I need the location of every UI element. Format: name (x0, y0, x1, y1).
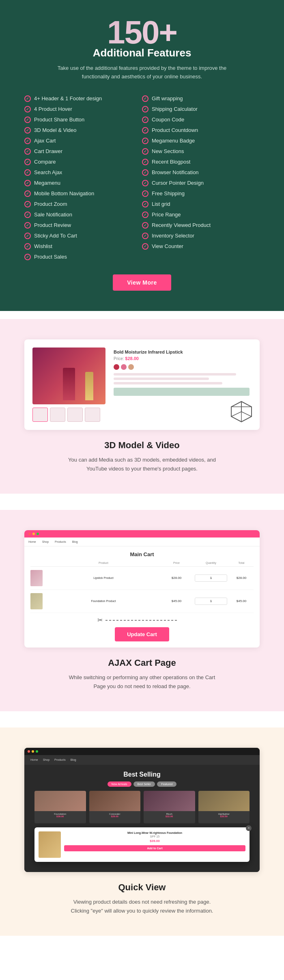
qv-product-1[interactable]: Foundation $39.00 (34, 791, 86, 823)
col-total: Total (229, 561, 254, 564)
feature-item-label: List grid (152, 201, 170, 207)
cart-browser-bar (24, 530, 260, 537)
cart-mockup: Home Shop Products Blog Main Cart Produc… (24, 530, 260, 648)
qv-products-grid: Foundation $39.00 Concealer $29.00 (30, 791, 254, 827)
feature-right-item: Product Countdown (142, 125, 260, 136)
qv-product-3[interactable]: Blush $22.00 (144, 791, 195, 823)
ajax-heading: AJAX Cart Page (24, 658, 260, 668)
qv-dot-green (36, 750, 38, 753)
thumb-3[interactable] (67, 408, 83, 422)
product-thumbnails (32, 408, 105, 422)
qv-product-2[interactable]: Concealer $29.00 (89, 791, 141, 823)
qv-product-info-2: Concealer $29.00 (89, 811, 141, 823)
color-swatches (114, 364, 250, 370)
feature-left-item: Product Review (24, 220, 142, 231)
qv-overlay-product-info: Mini Long-Wear W-righteous Foundation SP… (64, 831, 245, 851)
feature-left-item: 4+ Header & 1 Footer design (24, 93, 142, 104)
feature-left-item: Sale Notification (24, 209, 142, 220)
cart-item-qty-2[interactable]: 1 (195, 598, 227, 605)
browser-dot-red (28, 533, 31, 535)
swatch-nude[interactable] (128, 364, 134, 370)
qv-browser-bar (24, 748, 260, 755)
feature-right-item: List grid (142, 199, 260, 209)
qv-pill-new[interactable]: New Arrivals (108, 781, 131, 787)
product-image-area (32, 348, 105, 422)
thumb-2[interactable] (50, 408, 65, 422)
feature-left-item: Product Sales (24, 252, 142, 262)
feature-item-label: 4+ Header & 1 Footer design (34, 95, 102, 101)
feature-item-label: Wishlist (34, 243, 52, 249)
qv-nav-bar: Home Shop Products Blog (24, 755, 260, 765)
nav-link-4: Blog (72, 540, 78, 543)
feature-check-icon (24, 138, 31, 144)
feature-right-item: Cursor Pointer Design (142, 178, 260, 188)
nav-link-2: Shop (42, 540, 49, 543)
qv-close-button[interactable]: × (246, 825, 252, 831)
lipstick-gold (85, 372, 93, 400)
qv-nav-products: Products (54, 758, 66, 761)
col-img (30, 561, 47, 564)
quickview-description: Viewing product details does not need re… (65, 898, 219, 915)
feature-left-item: Product Zoom (24, 199, 142, 209)
feature-check-icon (142, 148, 148, 155)
quickview-section: Home Shop Products Blog Best Selling New… (0, 727, 284, 936)
thumb-4[interactable] (85, 408, 100, 422)
qv-product-info-4: Highlighter $35.00 (198, 811, 250, 823)
feature-right-item: Megamenu Badge (142, 136, 260, 146)
ajax-section: Home Shop Products Blog Main Cart Produc… (0, 510, 284, 711)
cart-column-headers: Product Price Quantity Total (30, 559, 254, 567)
qv-overlay-product-img (39, 831, 61, 858)
feature-left-item: Product Share Button (24, 114, 142, 125)
feature-item-label: Cursor Pointer Design (152, 180, 204, 186)
3d-model-icon (229, 399, 254, 424)
feature-right-item: Coupon Code (142, 114, 260, 125)
svg-text:✂: ✂ (97, 617, 103, 624)
qv-overlay-subtitle: SPF 15 (64, 835, 245, 838)
scissors-decoration: ✂ (97, 616, 187, 624)
col-qty: Quantity (195, 561, 227, 564)
feature-item-label: Coupon Code (152, 117, 184, 123)
feature-left-item: Ajax Cart (24, 136, 142, 146)
feature-check-icon (24, 243, 31, 250)
feature-check-icon (142, 243, 148, 250)
qv-pill-featured[interactable]: Featured (157, 781, 176, 787)
view-more-button[interactable]: View More (113, 274, 171, 291)
feature-item-label: Product Share Button (34, 117, 84, 123)
thumb-1[interactable] (32, 408, 48, 422)
feature-check-icon (142, 169, 148, 176)
feature-check-icon (142, 212, 148, 218)
qv-overlay-title: Mini Long-Wear W-righteous Foundation (64, 831, 245, 834)
cart-item-qty-1[interactable]: 1 (195, 574, 227, 582)
qv-product-info-3: Blush $22.00 (144, 811, 195, 823)
feature-check-icon (142, 138, 148, 144)
feature-item-label: Product Countdown (152, 127, 198, 133)
feature-item-label: Megamenu Badge (152, 138, 195, 144)
features-section: 150+ Additional Features Take use of the… (0, 0, 284, 311)
feature-right-item: Inventory Selector (142, 231, 260, 241)
feature-right-item: Shipping Calculator (142, 104, 260, 114)
qv-overlay-price: $39.00 (64, 839, 245, 843)
feature-check-icon (142, 233, 148, 239)
swatch-red[interactable] (114, 364, 119, 370)
feature-item-label: Product Sales (34, 254, 67, 260)
features-right-col: Gift wrappingShipping CalculatorCoupon C… (142, 93, 260, 262)
feature-left-item: 3D Model & Video (24, 125, 142, 136)
feature-item-label: Free Shipping (152, 190, 185, 196)
cart-title: Main Cart (24, 546, 260, 559)
features-grid: 4+ Header & 1 Footer design4 Product Hov… (24, 93, 260, 262)
feature-check-icon (24, 254, 31, 260)
qv-product-img-4 (198, 791, 250, 811)
qv-filter-pills: New Arrivals Best Seller Featured (30, 781, 254, 787)
qv-nav-shop: Shop (43, 758, 49, 761)
feature-item-label: Search Ajax (34, 169, 62, 175)
qv-close-icon: × (248, 827, 250, 830)
qv-product-4[interactable]: Highlighter $35.00 (198, 791, 250, 823)
cart-item-name-1: Lipstick Product (49, 576, 158, 579)
feature-left-item: Cart Drawer (24, 146, 142, 157)
qv-add-to-cart-button[interactable]: Add to Cart (64, 845, 245, 851)
swatch-pink[interactable] (121, 364, 127, 370)
update-cart-button[interactable]: Update Cart (115, 627, 169, 641)
features-number: 150+ (24, 16, 260, 49)
feature-item-label: Recent Blogpost (152, 159, 190, 165)
qv-pill-best[interactable]: Best Seller (133, 781, 155, 787)
